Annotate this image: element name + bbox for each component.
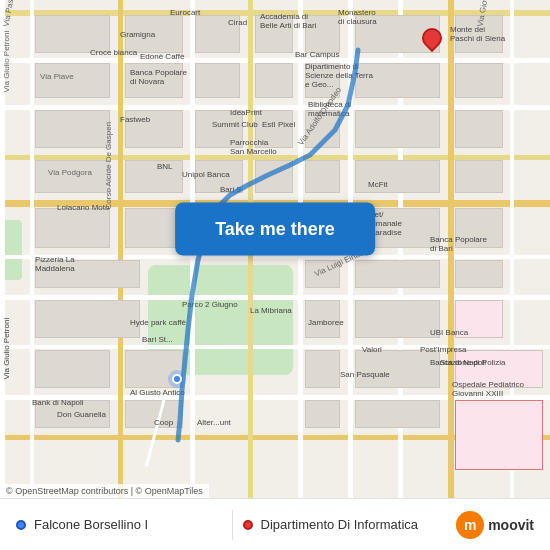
poi-biblioteca: Biblioteca dimatematica xyxy=(308,100,351,118)
poi-valori: Valori xyxy=(362,345,382,354)
poi-ospedale: Ospedale PediatricoGiovanni XXIII xyxy=(452,380,524,398)
poi-monastero: Monasterodi clausura xyxy=(338,8,377,26)
dest-location: Dipartimento Di Informatica xyxy=(243,517,449,532)
street-label-gasperi: Corso Alcide De Gasperi xyxy=(104,122,113,210)
poi-gramigna: Gramigna xyxy=(120,30,155,39)
poi-unipol: Unipol Banca xyxy=(182,170,230,179)
poi-lolacano: Lolacano Moto xyxy=(57,203,109,212)
take-me-there-button[interactable]: Take me there xyxy=(175,203,375,256)
poi-parrocchia: ParrocchiaSan Marcello xyxy=(230,138,277,156)
poi-edone: Edonè Caffè xyxy=(140,52,184,61)
origin-label: Falcone Borsellino I xyxy=(34,517,148,532)
poi-pixel: Pixel xyxy=(278,120,295,129)
street-label-piave: Via Piave xyxy=(40,72,74,81)
street-label-giulio-petroni: Via Giulio Petroni xyxy=(2,31,11,93)
poi-ubi: UBI Banca xyxy=(430,328,468,337)
poi-hyde: Hyde park caffè xyxy=(130,318,186,327)
poi-alter: Alter...unt xyxy=(197,418,231,427)
poi-summit: Summit Club xyxy=(212,120,258,129)
map-container[interactable]: Via Pasubio Via Piave Via Giulio Petroni… xyxy=(0,0,550,498)
street-label-giulio-bottom: Via Giulio Petroni xyxy=(2,318,11,380)
poi-cirad: Cirad xyxy=(228,18,247,27)
bottom-bar: Falcone Borsellino I Dipartimento Di Inf… xyxy=(0,498,550,550)
poi-mibriana: La Mibriana xyxy=(250,306,292,315)
poi-mcfit: McFit xyxy=(368,180,388,189)
poi-san-pasquale: San Pasquale xyxy=(340,370,390,379)
poi-jamboree: Jamboree xyxy=(308,318,344,327)
poi-barcampus: Bar Campus xyxy=(295,50,339,59)
poi-coop: Coop xyxy=(154,418,173,427)
map-attribution: © OpenStreetMap contributors | © OpenMap… xyxy=(0,484,209,498)
moovit-icon: m xyxy=(456,511,484,539)
origin-dot xyxy=(16,520,26,530)
poi-bari-st: Bari St... xyxy=(142,335,173,344)
poi-estl: Estl xyxy=(262,120,275,129)
dest-dot xyxy=(243,520,253,530)
poi-fastweb: Fastweb xyxy=(120,115,150,124)
poi-pizzeria: Pizzeria LaMaddalena xyxy=(35,255,75,273)
poi-banca-pop: Banca Popolaredi Novara xyxy=(130,68,187,86)
poi-eurocart: Eurocart xyxy=(170,8,200,17)
moovit-text: moovit xyxy=(488,517,534,533)
street-label-podgora: Via Podgora xyxy=(48,168,92,177)
poi-bank-napoli: Bank di Napoli xyxy=(32,398,84,407)
destination-pin xyxy=(422,28,442,48)
poi-accademia: Accademia diBelle Arti di Bari xyxy=(260,12,316,30)
origin-location: Falcone Borsellino I xyxy=(16,517,222,532)
poi-banca-napoli: Banca di Napoli xyxy=(430,358,486,367)
poi-croce: Croce bianca xyxy=(90,48,137,57)
poi-bari9: Bari 9 xyxy=(220,185,241,194)
app: Via Pasubio Via Piave Via Giulio Petroni… xyxy=(0,0,550,550)
poi-banca-pop-bari: Banca Popolaredi Bari xyxy=(430,235,487,253)
poi-don-guanella: Don Guanella xyxy=(57,410,106,419)
poi-parco: Parco 2 Giugno xyxy=(182,300,238,309)
poi-postimpresa: Post'Impresa xyxy=(420,345,466,354)
origin-pin xyxy=(168,370,186,388)
divider xyxy=(232,510,233,540)
moovit-logo: m moovit xyxy=(456,511,534,539)
poi-dipartimento: Dipartimento diScienze della Terrae Geo.… xyxy=(305,62,373,89)
poi-bnl: BNL xyxy=(157,162,173,171)
poi-ideaprint: IdeaPrint xyxy=(230,108,262,117)
poi-monte-paschi: Monte deiPaschi di Siena xyxy=(450,25,505,43)
dest-label: Dipartimento Di Informatica xyxy=(261,517,419,532)
poi-al-gusto: Al Gusto Antico xyxy=(130,388,185,397)
